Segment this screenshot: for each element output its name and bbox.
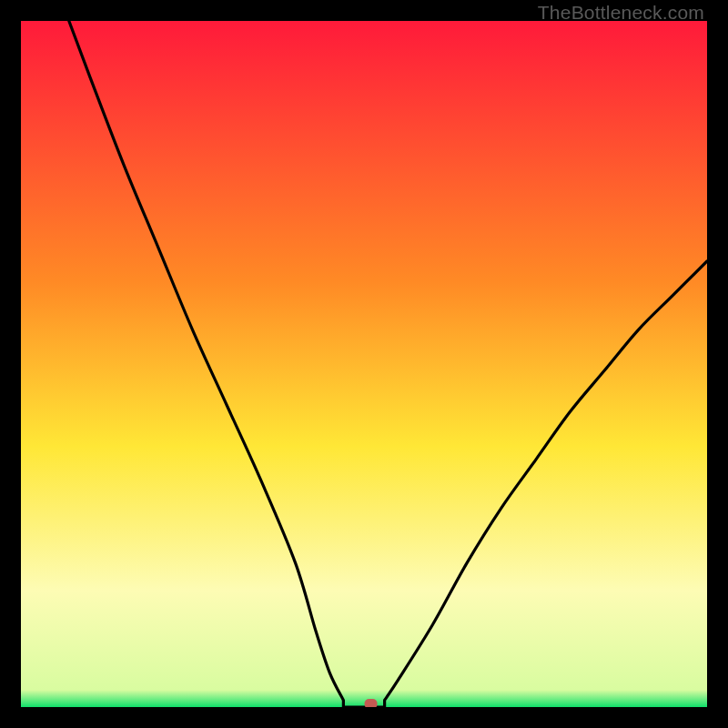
chart-frame xyxy=(21,21,707,707)
gradient-background xyxy=(21,21,707,707)
watermark-text: TheBottleneck.com xyxy=(538,2,704,24)
bottleneck-plot xyxy=(21,21,707,707)
optimal-point-marker xyxy=(365,699,378,707)
